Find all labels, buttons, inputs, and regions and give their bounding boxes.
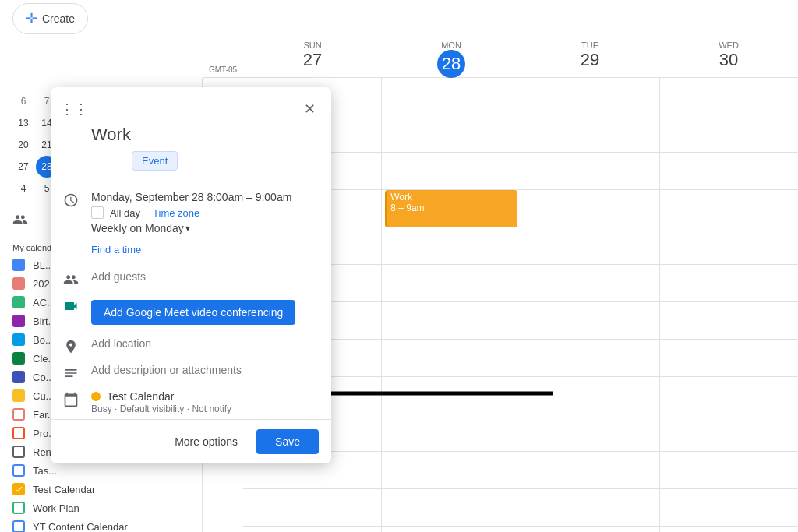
day-name-tue: TUE bbox=[521, 41, 659, 50]
recurrence-row: Weekly on Monday ▾ bbox=[91, 222, 319, 234]
cal-name-test: Test Calendar bbox=[33, 484, 95, 495]
guests-row[interactable]: Add guests bbox=[51, 266, 331, 292]
calendar-name-text: Test Calendar bbox=[107, 390, 174, 403]
more-options-button[interactable]: More options bbox=[162, 429, 250, 454]
allday-row: All day Time zone bbox=[91, 206, 319, 219]
calendar-content: Test Calendar Busy · Default visibility … bbox=[91, 390, 319, 414]
day-num-tue: 29 bbox=[521, 50, 659, 70]
day-num-mon: 28 bbox=[437, 50, 465, 78]
day-header-tue: TUE 29 bbox=[521, 37, 659, 77]
day-header-wed: WED 30 bbox=[659, 37, 798, 77]
add-meet-button[interactable]: Add Google Meet video conferencing bbox=[91, 300, 295, 325]
create-button[interactable]: ✛ Create bbox=[12, 3, 88, 34]
allday-label: All day bbox=[110, 207, 140, 219]
day-column-mon[interactable]: Work 8 – 9am bbox=[381, 78, 520, 532]
location-icon bbox=[63, 339, 79, 354]
day-header-mon: MON 28 bbox=[382, 37, 521, 77]
mini-cal-day-20[interactable]: 20 bbox=[12, 134, 34, 156]
meet-content: Add Google Meet video conferencing bbox=[91, 297, 319, 328]
gmt-label: GMT-05 bbox=[209, 65, 237, 74]
cal-checkbox-cle bbox=[12, 352, 25, 365]
calendar-sub-text: Busy · Default visibility · Not notify bbox=[91, 403, 319, 414]
clock-icon bbox=[63, 192, 79, 208]
event-type-badge: Event bbox=[132, 151, 178, 171]
meet-row: Add Google Meet video conferencing bbox=[51, 292, 331, 333]
cal-checkbox-pro bbox=[12, 427, 25, 439]
day-column-tue[interactable] bbox=[521, 78, 659, 532]
mini-cal-day-4[interactable]: 4 bbox=[12, 178, 34, 199]
event-work[interactable]: Work 8 – 9am bbox=[385, 190, 517, 227]
cal-checkbox-cu bbox=[12, 389, 25, 402]
people-icon bbox=[12, 212, 28, 227]
cal-checkbox-ac bbox=[12, 296, 25, 308]
cal-checkbox-test bbox=[12, 483, 25, 495]
calendar-icon bbox=[63, 392, 79, 407]
add-desc-placeholder: Add description or attachments bbox=[91, 364, 242, 376]
recurrence-label: Weekly on Monday bbox=[91, 222, 184, 234]
add-guests-placeholder: Add guests bbox=[91, 270, 146, 283]
add-location-placeholder: Add location bbox=[91, 337, 151, 350]
modal-close-button[interactable]: ✕ bbox=[297, 97, 322, 122]
top-header: ✛ Create bbox=[0, 0, 798, 37]
event-datetime-text: Monday, September 28 8:00am – 9:00am bbox=[91, 191, 319, 203]
plus-icon: ✛ bbox=[26, 10, 37, 27]
mini-cal-day-27[interactable]: 27 bbox=[12, 156, 34, 178]
cal-checkbox-far bbox=[12, 408, 25, 421]
find-time-link[interactable]: Find a time bbox=[91, 244, 141, 255]
day-name-wed: WED bbox=[659, 41, 798, 50]
guests-content: Add guests bbox=[91, 270, 319, 283]
chevron-down-icon: ▾ bbox=[185, 223, 190, 234]
sidebar-item-tas[interactable]: Tas... bbox=[0, 461, 202, 480]
meet-icon bbox=[63, 298, 79, 314]
day-name-sun: SUN bbox=[243, 41, 382, 50]
timezone-link[interactable]: Time zone bbox=[153, 207, 200, 219]
day-num-sun: 27 bbox=[243, 50, 382, 70]
modal-footer: More options Save bbox=[51, 419, 331, 463]
description-icon bbox=[63, 365, 79, 381]
event-title: Work bbox=[390, 192, 514, 203]
location-row[interactable]: Add location bbox=[51, 333, 331, 359]
sidebar-item-yt[interactable]: YT Content Calendar bbox=[0, 517, 202, 532]
save-button[interactable]: Save bbox=[256, 429, 319, 454]
cal-checkbox-co bbox=[12, 371, 25, 383]
cal-day-headers: GMT-05 SUN 27 MON 28 TUE 29 WED 30 bbox=[203, 37, 798, 78]
cal-name-tas: Tas... bbox=[33, 465, 57, 477]
cal-checkbox-tas bbox=[12, 464, 25, 477]
description-content: Add description or attachments bbox=[91, 364, 319, 376]
location-content: Add location bbox=[91, 337, 319, 350]
calendar-name-row: Test Calendar bbox=[91, 390, 319, 403]
mini-cal-header-6: 6 bbox=[12, 90, 34, 112]
cal-checkbox-yt bbox=[12, 520, 25, 532]
day-column-wed[interactable] bbox=[659, 78, 798, 532]
cal-name-work-plan: Work Plan bbox=[33, 502, 79, 514]
cal-checkbox-work-plan bbox=[12, 502, 25, 514]
cal-checkbox-bo bbox=[12, 333, 25, 346]
cal-checkbox-bl bbox=[12, 259, 25, 271]
mini-cal-day-13[interactable]: 13 bbox=[12, 112, 34, 134]
day-header-sun: SUN 27 bbox=[243, 37, 382, 77]
day-num-wed: 30 bbox=[659, 50, 798, 70]
event-modal: ⋮⋮ ✕ Work Event Monday, September 28 8:0… bbox=[51, 87, 331, 463]
recurrence-dropdown[interactable]: Weekly on Monday ▾ bbox=[91, 222, 190, 234]
modal-datetime-row: Monday, September 28 8:00am – 9:00am All… bbox=[51, 186, 331, 239]
cal-checkbox-birt bbox=[12, 315, 25, 327]
sidebar-item-work-plan[interactable]: Work Plan bbox=[0, 499, 202, 517]
day-name-mon: MON bbox=[382, 41, 521, 50]
drag-icon: ⋮⋮ bbox=[60, 100, 88, 118]
find-time-row: Find a time bbox=[51, 239, 331, 266]
allday-checkbox[interactable] bbox=[91, 206, 104, 219]
time-5pm bbox=[203, 503, 243, 532]
create-label: Create bbox=[42, 12, 75, 25]
find-time-spacer bbox=[63, 245, 79, 261]
calendar-row: Test Calendar Busy · Default visibility … bbox=[51, 386, 331, 419]
day-headers-row: SUN 27 MON 28 TUE 29 WED 30 bbox=[243, 37, 798, 77]
event-time: 8 – 9am bbox=[390, 203, 514, 213]
sidebar-item-test-calendar[interactable]: Test Calendar bbox=[0, 480, 202, 499]
cal-checkbox-202 bbox=[12, 277, 25, 290]
modal-header-row: ⋮⋮ ✕ bbox=[51, 87, 331, 125]
datetime-content: Monday, September 28 8:00am – 9:00am All… bbox=[91, 191, 319, 234]
modal-title: Work bbox=[51, 125, 331, 151]
people-icon-modal bbox=[63, 272, 79, 287]
description-row[interactable]: Add description or attachments bbox=[51, 359, 331, 386]
modal-badge-row: Event bbox=[51, 151, 331, 186]
